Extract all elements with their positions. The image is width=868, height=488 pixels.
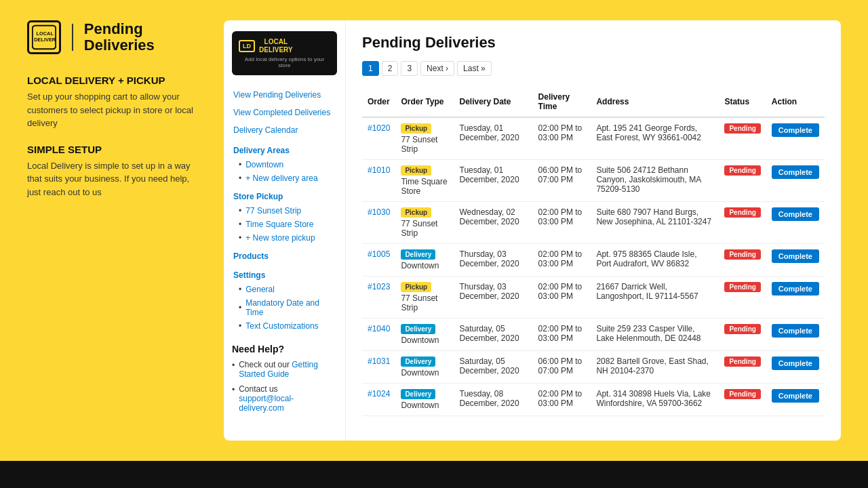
table-row: #1020 Pickup 77 Sunset Strip Tuesday, 01… [362,117,825,160]
complete-button-0[interactable]: Complete [772,123,819,137]
cell-type-2: Pickup 77 Sunset Strip [395,202,454,244]
cell-order-2: #1030 [362,202,395,244]
sidebar-item-mandatory-date[interactable]: •Mandatory Date and Time [224,296,345,319]
section-settings: Settings [224,264,345,283]
type-badge-0: Pickup [401,123,431,134]
type-badge-1: Pickup [401,165,431,176]
complete-button-1[interactable]: Complete [772,165,819,179]
pagination: 1 2 3 Next › Last » [362,61,825,76]
deliveries-table: Order Order Type Delivery Date Delivery … [362,87,825,416]
cell-address-1: Suite 506 24712 Bethann Canyon, Jaskolsk… [591,160,719,202]
complete-button-6[interactable]: Complete [772,357,819,370]
sidebar-item-downtown[interactable]: •Downtown [224,158,345,171]
page-3-button[interactable]: 3 [401,61,418,76]
cell-date-7: Tuesday, 08 December, 2020 [454,384,533,416]
table-row: #1010 Pickup Time Square Store Tuesday, … [362,160,825,202]
sidebar-item-77-sunset[interactable]: •77 Sunset Strip [224,204,345,218]
table-row: #1030 Pickup 77 Sunset Strip Wednesday, … [362,202,825,244]
cell-address-0: Apt. 195 241 George Fords, East Forest, … [591,117,719,160]
cell-time-2: 02:00 PM to 03:00 PM [533,202,591,244]
order-link-0[interactable]: #1020 [368,123,390,133]
complete-button-2[interactable]: Complete [772,207,819,221]
cell-status-5: Pending [719,319,766,351]
order-link-4[interactable]: #1023 [368,282,390,291]
complete-button-4[interactable]: Complete [772,282,819,296]
support-email-link[interactable]: support@local-delivery.com [239,394,294,413]
order-link-5[interactable]: #1040 [368,324,390,333]
cell-status-2: Pending [719,202,766,244]
logo-divider [72,24,73,51]
logo-icon: LOCAL DELIVERY [27,20,61,54]
cell-action-2: Complete [766,202,825,244]
cell-address-4: 21667 Darrick Well, Langoshport, IL 9711… [591,277,719,319]
cell-address-7: Apt. 314 30898 Huels Via, Lake Winfordsh… [591,384,719,416]
col-action: Action [766,87,825,117]
cell-action-1: Complete [766,160,825,202]
cell-order-1: #1010 [362,160,395,202]
sidebar-logo: LD LOCALDELIVERY Add local delivery opti… [232,31,337,75]
nav-pending-deliveries[interactable]: View Pending Deliveries [224,86,345,104]
table-row: #1023 Pickup 77 Sunset Strip Thursday, 0… [362,277,825,319]
complete-button-3[interactable]: Complete [772,249,819,263]
type-badge-4: Pickup [401,282,431,292]
page-2-button[interactable]: 2 [382,61,399,76]
cell-order-5: #1040 [362,319,395,351]
cell-order-4: #1023 [362,277,395,319]
col-delivery-date: Delivery Date [454,87,533,117]
next-button[interactable]: Next › [420,61,454,76]
sidebar: LD LOCALDELIVERY Add local delivery opti… [224,20,346,441]
order-link-3[interactable]: #1005 [368,249,390,259]
feature-desc-1: Set up your shopping cart to allow your … [27,90,203,130]
cell-status-6: Pending [719,351,766,384]
sidebar-logo-box: LD [239,40,255,53]
type-name-4: 77 Sunset Strip [401,293,437,312]
complete-button-5[interactable]: Complete [772,324,819,338]
cell-order-3: #1005 [362,244,395,277]
cell-date-2: Wednesday, 02 December, 2020 [454,202,533,244]
cell-time-7: 02:00 PM to 03:00 PM [533,384,591,416]
cell-order-6: #1031 [362,351,395,384]
svg-text:DELIVERY: DELIVERY [34,37,56,43]
cell-address-6: 2082 Bartell Grove, East Shad, NH 20104-… [591,351,719,384]
cell-status-3: Pending [719,244,766,277]
left-info: LOCAL DELIVERY + PICKUP Set up your shop… [27,75,203,199]
cell-address-3: Apt. 975 88365 Claude Isle, Port Audrafo… [591,244,719,277]
page-1-button[interactable]: 1 [362,61,379,76]
section-store-pickup: Store Pickup [224,185,345,204]
nav-completed-deliveries[interactable]: View Completed Deliveries [224,104,345,121]
feature-title-1: LOCAL DELIVERY + PICKUP [27,75,203,86]
order-link-2[interactable]: #1030 [368,207,390,217]
sidebar-item-text-customizations[interactable]: •Text Customizations [224,319,345,333]
cell-date-3: Thursday, 03 December, 2020 [454,244,533,277]
type-name-7: Downtown [401,401,439,410]
nav-delivery-calendar[interactable]: Delivery Calendar [224,121,345,139]
help-item-contact-text: Contact ussupport@local-delivery.com [239,384,337,413]
help-item-contact: • Contact ussupport@local-delivery.com [232,384,337,413]
sidebar-item-general[interactable]: •General [224,283,345,296]
sidebar-item-time-square[interactable]: •Time Square Store [224,218,345,231]
complete-button-7[interactable]: Complete [772,389,819,403]
order-link-6[interactable]: #1031 [368,357,390,366]
order-link-7[interactable]: #1024 [368,389,390,399]
sidebar-item-new-delivery-area[interactable]: •+ New delivery area [224,171,345,185]
type-badge-5: Delivery [401,324,435,334]
page-title: Pending Deliveries [362,34,825,52]
order-link-1[interactable]: #1010 [368,165,390,175]
left-panel: LOCAL DELIVERY Pending Deliveries LOCAL … [27,20,203,441]
cell-type-3: Delivery Downtown [395,244,454,277]
col-status: Status [719,87,766,117]
cell-action-0: Complete [766,117,825,160]
col-order-type: Order Type [395,87,454,117]
cell-status-0: Pending [719,117,766,160]
sidebar-item-new-store-pickup[interactable]: •+ New store pickup [224,231,345,245]
table-row: #1040 Delivery Downtown Saturday, 05 Dec… [362,319,825,351]
main-area: Pending Deliveries 1 2 3 Next › Last » O… [346,20,841,441]
last-button[interactable]: Last » [457,61,492,76]
cell-action-6: Complete [766,351,825,384]
section-products: Products [224,245,345,264]
help-item-guide: • Check out our Getting Started Guide [232,360,337,379]
section-delivery-areas: Delivery Areas [224,139,345,158]
cell-status-1: Pending [719,160,766,202]
type-name-3: Downtown [401,261,439,270]
cell-type-6: Delivery Downtown [395,351,454,384]
